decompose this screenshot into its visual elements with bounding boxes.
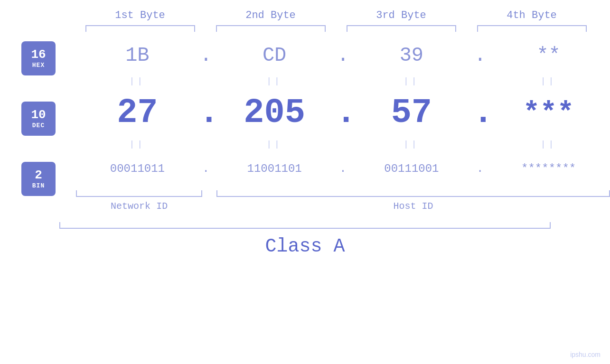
class-a-bracket-bottom [59,228,551,229]
equals-2-b1: || [76,140,199,149]
main-container: 1st Byte 2nd Byte 3rd Byte 4th Byte [0,0,610,364]
equals-row-2: || || || || [76,138,610,151]
net-bracket-left [76,190,77,197]
id-labels-spacer [202,201,216,212]
badges-column: 16 HEX 10 DEC 2 BIN [21,37,62,196]
dec-dot-1: . [199,93,213,132]
bracket-left-4 [477,25,478,32]
bracket-left-2 [216,25,217,32]
host-bracket-bottom [216,196,610,197]
net-bracket-bottom [76,196,202,197]
bracket-cell-2 [206,25,336,32]
bin-row: 00011011 . 11001101 . 00111001 . [76,151,610,187]
dec-b3: 57 [350,93,473,132]
bracket-right-3 [455,25,456,32]
dec-b1: 27 [76,93,199,132]
equals-1-b1: || [76,76,199,86]
equals-2-b3: || [350,140,473,149]
bin-dot-2: . [336,162,350,175]
bottom-brackets [76,190,610,197]
dec-b4: *** [487,97,610,129]
dec-row: 27 . 205 . 57 . *** [76,88,610,138]
top-bracket-row [75,25,597,32]
bin-badge: 2 BIN [21,162,56,196]
bin-b2: 11001101 [213,162,336,175]
main-data-section: 16 HEX 10 DEC 2 BIN 1B . [21,37,610,212]
bracket-left-1 [85,25,86,32]
hex-b4: ** [487,44,610,67]
id-labels-row: Network ID Host ID [76,201,610,212]
watermark: ipshu.com [570,351,601,358]
equals-1-b4: || [487,76,610,86]
bracket-cell-1 [75,25,206,32]
host-bracket-left [216,190,217,197]
byte-header-4: 4th Byte [467,9,597,25]
bracket-right-1 [194,25,195,32]
hex-dot-1: . [199,44,213,67]
bin-b3: 00111001 [350,162,473,175]
class-a-text-container: Class A [59,236,551,257]
class-a-text: Class A [265,236,345,257]
bracket-cell-4 [467,25,597,32]
hex-dot-2: . [336,44,350,67]
bin-b1: 00011011 [76,162,199,175]
class-a-bracket [59,222,551,229]
network-id-label: Network ID [76,201,202,212]
hex-row: 1B . CD . 39 . ** [76,37,610,75]
dec-dot-3: . [473,93,487,132]
bracket-top-1 [85,25,195,26]
dec-b2: 205 [213,93,336,132]
hex-dot-3: . [473,44,487,67]
bracket-top-3 [347,25,456,26]
bin-dot-1: . [199,162,213,175]
data-rows-container: 1B . CD . 39 . ** [76,37,610,212]
byte-header-3: 3rd Byte [336,9,467,25]
dec-dot-2: . [336,93,350,132]
net-bracket-right [201,190,202,197]
bracket-left-3 [347,25,347,32]
equals-row-1: || || || || [76,75,610,88]
class-a-bracket-left [59,222,60,229]
byte-headers-row: 1st Byte 2nd Byte 3rd Byte 4th Byte [75,9,597,25]
byte-header-1: 1st Byte [75,9,206,25]
byte-header-2: 2nd Byte [206,9,336,25]
hex-b2: CD [213,44,336,67]
class-a-bracket-right [550,222,551,229]
host-id-label: Host ID [216,201,610,212]
bin-b4: ******** [487,162,610,175]
equals-1-b2: || [213,76,336,86]
bracket-cell-3 [336,25,467,32]
bracket-right-4 [586,25,587,32]
bracket-right-2 [325,25,326,32]
bin-dot-3: . [473,162,487,175]
hex-b3: 39 [350,44,473,67]
equals-2-b4: || [487,140,610,149]
equals-1-b3: || [350,76,473,86]
hex-b1: 1B [76,44,199,67]
dec-badge: 10 DEC [21,102,56,136]
equals-2-b2: || [213,140,336,149]
bracket-top-4 [477,25,587,26]
hex-badge: 16 HEX [21,41,56,75]
bracket-top-2 [216,25,326,26]
